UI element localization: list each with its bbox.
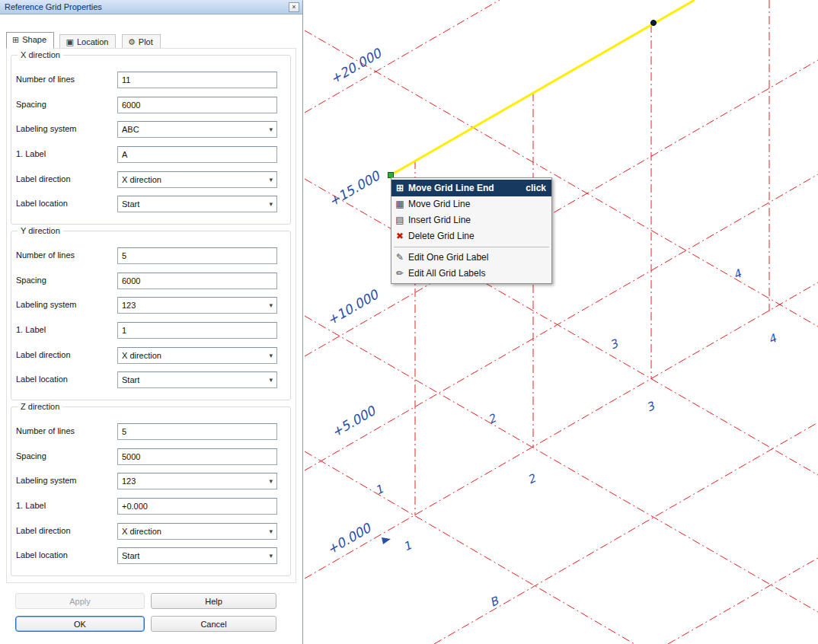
field-label: Spacing — [16, 100, 46, 109]
location-icon: ▣ — [66, 37, 73, 46]
chevron-down-icon: ▾ — [269, 548, 273, 563]
tab-label: Plot — [139, 37, 153, 46]
tabstrip: ⊞Shape ▣Location ⚙Plot — [6, 32, 161, 49]
elevation-label[interactable]: +20.000 — [328, 45, 385, 87]
select-value: Start — [122, 375, 139, 384]
shape-grid-icon: ⊞ — [12, 35, 19, 44]
field-label: Labeling system — [16, 476, 77, 485]
group-title: X direction — [18, 50, 63, 59]
field-label: 1. Label — [16, 149, 46, 158]
elevation-label[interactable]: +10.000 — [324, 286, 382, 328]
ok-button[interactable]: OK — [15, 616, 145, 632]
context-menu: ⊞Move Grid Line End click ▦Move Grid Lin… — [391, 177, 552, 284]
grid-line[interactable] — [305, 316, 818, 612]
edit-all-grid-labels-icon: ✏ — [391, 266, 408, 282]
menu-item-label: Insert Grid Line — [408, 215, 471, 225]
grid-lines — [305, 0, 818, 644]
menu-item-label: Delete Grid Line — [408, 231, 475, 241]
apply-button[interactable]: Apply — [15, 593, 145, 609]
grid-number-label[interactable]: 2 — [526, 471, 539, 487]
menu-item-label: Edit All Grid Labels — [408, 268, 485, 279]
grid-line[interactable] — [305, 60, 818, 356]
field-label: Labeling system — [16, 124, 77, 133]
selected-grid-line[interactable] — [391, 0, 695, 175]
x-first-label-input[interactable] — [117, 146, 277, 163]
field-label: 1. Label — [16, 325, 46, 334]
help-button[interactable]: Help — [151, 593, 276, 609]
select-value: 123 — [122, 477, 136, 486]
menu-item-move-grid-line[interactable]: ▦Move Grid Line — [391, 196, 551, 212]
menu-item-label: Move Grid Line End — [408, 183, 494, 193]
select-value: ABC — [122, 125, 139, 134]
grid-number-label[interactable]: 1 — [373, 482, 385, 497]
y-number-of-lines-input[interactable] — [117, 247, 277, 264]
dialog-title: Reference Grid Properties — [5, 2, 102, 11]
y-label-location-select[interactable]: Start▾ — [117, 371, 277, 388]
grid-line[interactable] — [305, 30, 818, 327]
x-labeling-system-select[interactable]: ABC▾ — [117, 121, 277, 138]
x-label-location-select[interactable]: Start▾ — [117, 196, 277, 212]
chevron-down-icon: ▾ — [269, 172, 273, 187]
grid-number-label[interactable]: 1 — [401, 538, 414, 553]
elevation-label[interactable]: +0.000 — [324, 519, 375, 557]
grid-number-label[interactable]: 3 — [644, 399, 658, 415]
grid-line[interactable] — [668, 558, 818, 644]
z-label-direction-select[interactable]: X direction▾ — [117, 523, 277, 540]
y-label-direction-select[interactable]: X direction▾ — [117, 347, 277, 364]
grid-line[interactable] — [305, 451, 634, 644]
field-label: Number of lines — [16, 250, 75, 260]
menu-item-insert-grid-line[interactable]: ▤Insert Grid Line — [391, 212, 551, 228]
y-spacing-input[interactable] — [117, 273, 277, 289]
z-labeling-system-select[interactable]: 123▾ — [117, 473, 277, 489]
x-number-of-lines-input[interactable] — [117, 72, 277, 88]
grid-line[interactable] — [434, 422, 818, 644]
x-spacing-input[interactable] — [117, 97, 277, 113]
grid-number-label[interactable]: 4 — [731, 266, 744, 282]
grid-line[interactable] — [305, 174, 818, 470]
menu-item-hint: click — [526, 180, 546, 196]
menu-item-edit-all-grid-labels[interactable]: ✏Edit All Grid Labels — [391, 266, 551, 282]
elevation-label[interactable]: +15.000 — [326, 167, 384, 209]
tab-location[interactable]: ▣Location — [59, 34, 116, 49]
field-label: Label direction — [16, 350, 71, 359]
close-icon[interactable]: × — [289, 2, 299, 12]
field-label: Labeling system — [16, 300, 77, 309]
chevron-down-icon: ▾ — [269, 524, 273, 539]
field-label: Spacing — [16, 451, 46, 461]
menu-item-edit-one-grid-label[interactable]: ✎Edit One Grid Label — [391, 250, 551, 266]
gear-icon: ⚙ — [128, 37, 136, 46]
grid-line[interactable] — [305, 0, 500, 113]
cancel-button[interactable]: Cancel — [151, 616, 276, 632]
grid-line-node[interactable] — [651, 21, 657, 26]
chevron-down-icon: ▾ — [269, 122, 273, 137]
menu-item-move-grid-line-end[interactable]: ⊞Move Grid Line End click — [391, 180, 551, 196]
z-label-location-select[interactable]: Start▾ — [117, 547, 277, 564]
elevation-label[interactable]: +5.000 — [329, 402, 379, 440]
tab-shape[interactable]: ⊞Shape — [6, 32, 54, 49]
y-first-label-input[interactable] — [117, 322, 277, 339]
chevron-down-icon: ▾ — [269, 348, 273, 363]
select-value: X direction — [122, 175, 161, 184]
chevron-down-icon: ▾ — [269, 298, 273, 313]
tab-plot[interactable]: ⚙Plot — [122, 34, 161, 49]
y-labeling-system-select[interactable]: 123▾ — [117, 297, 277, 314]
menu-separator — [394, 247, 549, 247]
grid-number-label[interactable]: 2 — [486, 411, 500, 427]
grid-number-label[interactable]: 3 — [608, 336, 621, 352]
chevron-down-icon: ▾ — [269, 372, 273, 387]
group-title: Z direction — [18, 402, 62, 411]
tab-label: Shape — [22, 35, 46, 44]
move-grid-line-icon: ▦ — [391, 196, 408, 212]
z-number-of-lines-input[interactable] — [117, 423, 277, 440]
edit-one-grid-label-icon: ✎ — [391, 250, 408, 266]
dialog-titlebar[interactable]: Reference Grid Properties × — [0, 0, 302, 14]
grid-number-label[interactable]: 4 — [766, 331, 779, 347]
menu-item-delete-grid-line[interactable]: ✖Delete Grid Line — [391, 228, 551, 244]
field-label: Label location — [16, 199, 68, 208]
z-first-label-input[interactable] — [117, 498, 277, 515]
x-label-direction-select[interactable]: X direction▾ — [117, 171, 277, 188]
tab-label: Location — [77, 37, 109, 46]
z-spacing-input[interactable] — [117, 448, 277, 465]
grid-letter-label[interactable]: B — [487, 593, 501, 609]
field-label: Number of lines — [16, 426, 75, 435]
